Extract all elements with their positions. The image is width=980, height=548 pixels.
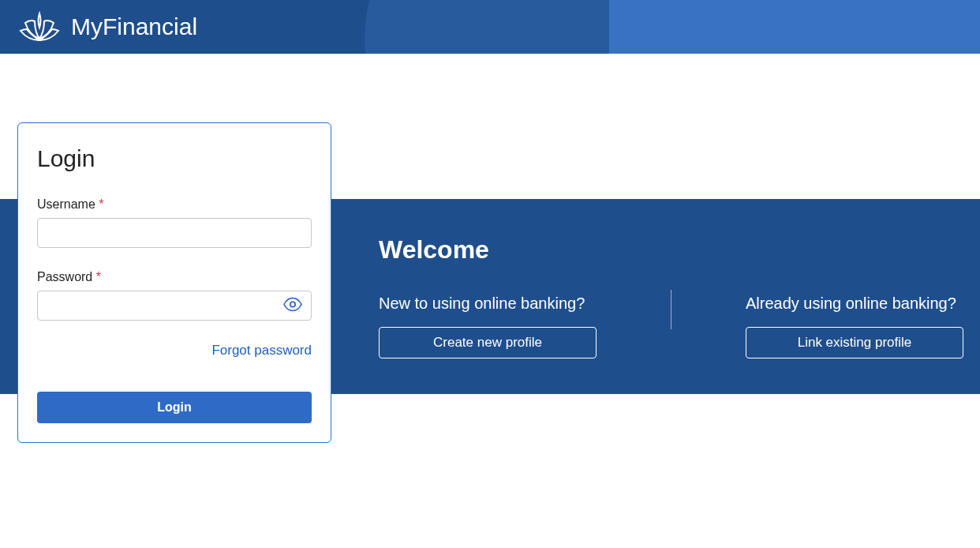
username-input[interactable]: [37, 218, 312, 248]
login-title: Login: [37, 145, 312, 172]
link-profile-button[interactable]: Link existing profile: [746, 327, 963, 358]
username-label: Username *: [37, 197, 312, 212]
brand-logo: MyFinancial: [17, 10, 197, 43]
eye-icon: [283, 298, 302, 314]
password-input[interactable]: [37, 291, 312, 321]
welcome-title: Welcome: [379, 235, 964, 265]
existing-user-column: Already using online banking? Link exist…: [671, 295, 963, 358]
welcome-columns: New to using online banking? Create new …: [379, 295, 964, 358]
new-user-question: New to using online banking?: [379, 295, 585, 313]
existing-user-question: Already using online banking?: [746, 295, 956, 313]
forgot-password-link[interactable]: Forgot password: [37, 343, 312, 358]
svg-point-0: [290, 302, 295, 306]
brand-name: MyFinancial: [71, 13, 197, 40]
login-card: Login Username * Password * Forgot pa: [17, 122, 331, 443]
password-field-group: Password *: [37, 270, 312, 321]
lotus-icon: [17, 10, 62, 43]
username-field-group: Username *: [37, 197, 312, 248]
app-header: MyFinancial: [0, 0, 980, 54]
toggle-password-visibility-button[interactable]: [280, 295, 305, 317]
new-user-column: New to using online banking? Create new …: [379, 295, 671, 358]
password-label: Password *: [37, 270, 312, 284]
welcome-section: Welcome New to using online banking? Cre…: [379, 235, 964, 358]
required-indicator: *: [99, 197, 103, 211]
login-button[interactable]: Login: [37, 392, 312, 423]
required-indicator: *: [96, 270, 101, 283]
create-profile-button[interactable]: Create new profile: [379, 327, 597, 358]
